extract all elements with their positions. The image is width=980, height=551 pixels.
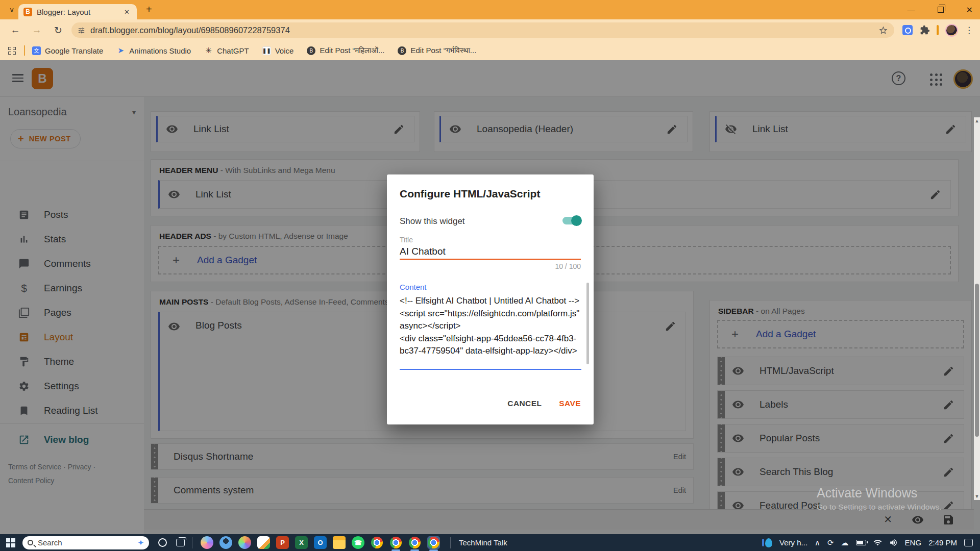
address-bar[interactable]: draft.blogger.com/blog/layout/6985089607… [71, 22, 894, 38]
tab-search-icon[interactable]: ∨ [5, 3, 18, 16]
chrome-window-icon[interactable] [389, 536, 402, 549]
windows-taskbar: Search ✦ P X O ☎ TechMind Talk Very h...… [0, 534, 980, 551]
blogger-post-icon: B [398, 46, 406, 55]
outlook-icon[interactable]: O [314, 536, 327, 549]
task-view-icon[interactable] [176, 539, 185, 546]
voice-icon: ❚❚ [262, 46, 271, 55]
bookmark-label: Voice [275, 46, 294, 55]
google-translate-icon [32, 46, 41, 55]
wifi-icon[interactable] [873, 538, 882, 547]
bookmark-voice[interactable]: ❚❚ Voice [262, 46, 294, 55]
content-scrollbar[interactable] [586, 283, 589, 364]
notification-center-icon[interactable] [964, 539, 973, 546]
save-button[interactable]: SAVE [559, 399, 581, 408]
page-viewport: B ? Loansopedia ▾ + NEW POST Posts [0, 60, 980, 534]
screen: ∨ B Blogger: Layout ✕ + — ✕ ← → ↻ draft.… [0, 0, 980, 551]
title-field-label: Title [400, 236, 413, 244]
volume-icon[interactable] [889, 538, 898, 547]
browser-menu-icon[interactable]: ⋮ [965, 25, 973, 36]
bookmark-google-translate[interactable]: Google Translate [32, 46, 103, 55]
search-icon [28, 540, 33, 545]
weather-label[interactable]: Very h... [779, 538, 807, 547]
language-indicator[interactable]: ENG [905, 538, 922, 547]
file-explorer-icon[interactable] [333, 536, 346, 549]
toolbar-separator [937, 25, 939, 35]
taskbar-app-label[interactable]: TechMind Talk [459, 538, 507, 547]
battery-icon[interactable] [856, 540, 866, 545]
clock[interactable]: 2:49 PM [928, 538, 957, 547]
bookmark-label: Google Translate [45, 46, 103, 55]
tab-title: Blogger: Layout [37, 8, 117, 16]
chatgpt-icon: ✳ [204, 46, 213, 55]
copilot-app-icon[interactable] [201, 536, 213, 549]
translate-extension-icon[interactable] [902, 25, 913, 35]
browser-toolbar: ← → ↻ draft.blogger.com/blog/layout/6985… [0, 19, 980, 41]
close-window-icon[interactable]: ✕ [966, 5, 973, 15]
page-scrollbar[interactable]: ▲ ▼ [974, 117, 980, 500]
content-textarea[interactable]: <!-- Elfsight AI Chatbot | Untitled AI C… [400, 295, 581, 358]
weather-icon[interactable] [765, 538, 772, 547]
dialog-buttons: CANCEL SAVE [507, 399, 581, 408]
dialog-title: Configure HTML/JavaScript [400, 188, 540, 200]
chrome-window-icon[interactable] [408, 536, 421, 549]
scroll-down-icon[interactable]: ▼ [974, 494, 980, 499]
forward-icon[interactable]: → [31, 24, 43, 36]
bookmark-label: Animations Studio [129, 46, 191, 55]
title-input[interactable]: AI Chatbot [400, 246, 581, 257]
powerpoint-icon[interactable]: P [276, 536, 289, 549]
taskbar-search-input[interactable]: Search ✦ [22, 536, 149, 549]
cancel-button[interactable]: CANCEL [507, 399, 542, 408]
content-underline [400, 369, 581, 370]
extensions-icon[interactable] [920, 25, 930, 35]
tab-close-icon[interactable]: ✕ [122, 7, 132, 17]
copilot-ring-icon[interactable] [158, 538, 167, 547]
bookmark-star-icon[interactable] [878, 26, 888, 35]
content-field-label: Content [400, 283, 427, 291]
taskbar-separator [450, 537, 451, 548]
photos-app-icon[interactable] [257, 536, 270, 549]
browser-titlebar: ∨ B Blogger: Layout ✕ + — ✕ [0, 0, 980, 19]
paint-app-icon[interactable] [238, 536, 251, 549]
bookmark-label: Edit Post “महिलाओं... [320, 46, 384, 55]
taskbar-separator [192, 537, 192, 548]
new-tab-button[interactable]: + [146, 4, 152, 15]
search-highlights-icon[interactable]: ✦ [137, 538, 144, 547]
bookmark-edit-post-1[interactable]: B Edit Post “महिलाओं... [307, 46, 384, 55]
rotation-lock-icon[interactable]: ⟳ [827, 538, 834, 547]
animations-studio-icon: ➤ [116, 46, 125, 55]
url-text[interactable]: draft.blogger.com/blog/layout/6985089607… [90, 26, 878, 35]
whatsapp-icon[interactable]: ☎ [352, 536, 364, 549]
window-controls: — ✕ [908, 0, 973, 19]
search-placeholder: Search [38, 538, 137, 547]
scroll-up-icon[interactable]: ▲ [974, 118, 980, 123]
start-button-icon[interactable] [6, 538, 15, 547]
bookmark-edit-post-2[interactable]: B Edit Post “गर्भविस्था... [398, 46, 476, 55]
onedrive-cloud-icon[interactable]: ☁ [841, 538, 849, 547]
watermark-line1: Activate Windows [817, 486, 942, 500]
show-widget-label: Show this widget [400, 216, 465, 227]
scrollbar-thumb[interactable] [975, 284, 979, 437]
back-icon[interactable]: ← [9, 24, 21, 36]
profile-avatar[interactable] [945, 24, 958, 37]
bookmark-chatgpt[interactable]: ✳ ChatGPT [204, 46, 249, 55]
apps-shortcut-icon[interactable] [8, 47, 16, 55]
bookmark-animations-studio[interactable]: ➤ Animations Studio [116, 46, 191, 55]
chrome-icon[interactable] [371, 536, 383, 549]
system-tray: Very h... ∧ ⟳ ☁ ENG 2:49 PM [765, 538, 980, 547]
people-app-icon[interactable] [219, 536, 232, 549]
site-settings-icon[interactable] [78, 27, 85, 34]
browser-tab[interactable]: B Blogger: Layout ✕ [18, 4, 137, 19]
excel-icon[interactable]: X [295, 536, 308, 549]
title-input-underline [400, 259, 581, 260]
blogger-post-icon: B [307, 46, 315, 55]
restore-icon[interactable] [938, 7, 944, 13]
chrome-active-window-icon[interactable] [427, 536, 440, 549]
toggle-knob[interactable] [571, 215, 582, 226]
reload-icon[interactable]: ↻ [52, 24, 64, 36]
minimize-icon[interactable]: — [908, 6, 915, 14]
bookmark-label: Edit Post “गर्भविस्था... [410, 46, 476, 55]
show-widget-toggle[interactable] [562, 217, 581, 224]
tray-expand-icon[interactable]: ∧ [815, 538, 820, 547]
watermark-line2: Go to Settings to activate Windows. [817, 503, 942, 512]
blogger-favicon-icon: B [23, 8, 32, 16]
